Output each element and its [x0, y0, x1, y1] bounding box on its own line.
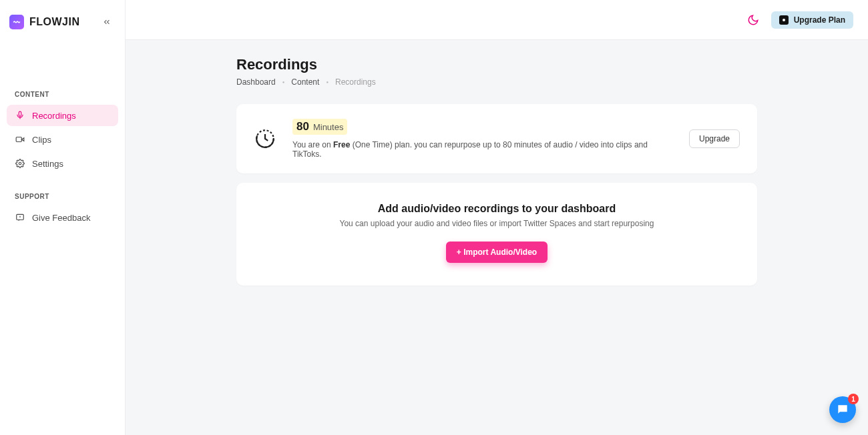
minutes-chip: 80 Minutes [292, 119, 347, 135]
plan-desc-prefix: You are on [292, 140, 333, 149]
main: Recordings Dashboard ● Content ● Recordi… [126, 40, 868, 435]
svg-rect-0 [19, 111, 21, 116]
svg-rect-1 [16, 137, 21, 142]
sidebar-section-support: SUPPORT [7, 193, 118, 200]
topbar: Upgrade Plan [126, 0, 868, 40]
chat-badge: 1 [848, 394, 859, 404]
sidebar-item-label: Clips [32, 135, 51, 145]
svg-point-2 [19, 162, 21, 165]
chevron-sep-icon: ● [326, 80, 329, 84]
logo-row: FLOWJIN [7, 12, 118, 29]
chevron-sep-icon: ● [282, 80, 285, 84]
gear-icon [15, 158, 25, 169]
video-icon [15, 134, 25, 145]
import-audio-video-button[interactable]: + Import Audio/Video [446, 242, 548, 263]
page-title: Recordings [236, 56, 757, 73]
content-container: Recordings Dashboard ● Content ● Recordi… [236, 56, 757, 286]
sidebar-item-label: Give Feedback [32, 213, 90, 223]
theme-toggle-button[interactable] [744, 11, 762, 29]
crumb-current: Recordings [335, 77, 376, 87]
empty-state-card: Add audio/video recordings to your dashb… [236, 183, 757, 286]
sidebar-item-label: Recordings [32, 111, 76, 121]
breadcrumb: Dashboard ● Content ● Recordings [236, 77, 757, 87]
plan-info: 80 Minutes You are on Free (One Time) pl… [292, 119, 673, 159]
clock-icon [254, 127, 276, 150]
sidebar-item-feedback[interactable]: Give Feedback [7, 207, 118, 228]
sidebar-nav-support: Give Feedback [7, 207, 118, 228]
collapse-sidebar-button[interactable] [99, 15, 114, 29]
logo[interactable]: FLOWJIN [9, 15, 80, 29]
minutes-value: 80 [296, 120, 309, 133]
feedback-icon [15, 212, 25, 223]
sidebar: FLOWJIN CONTENT Recordings Clips Setting… [0, 0, 126, 435]
sidebar-item-clips[interactable]: Clips [7, 129, 118, 150]
plan-card: 80 Minutes You are on Free (One Time) pl… [236, 104, 757, 173]
crumb-dashboard[interactable]: Dashboard [236, 77, 276, 87]
chat-icon [836, 403, 849, 416]
empty-subtitle: You can upload your audio and video file… [254, 219, 740, 228]
sidebar-item-recordings[interactable]: Recordings [7, 105, 118, 126]
plan-desc-bold: Free [333, 140, 350, 149]
chat-widget-button[interactable]: 1 [829, 396, 856, 423]
brand-name: FLOWJIN [29, 16, 80, 28]
plan-description: You are on Free (One Time) plan. you can… [292, 140, 673, 159]
sidebar-item-settings[interactable]: Settings [7, 153, 118, 174]
svg-point-4 [783, 19, 785, 21]
minutes-label: Minutes [313, 122, 344, 132]
upgrade-plan-button[interactable]: Upgrade Plan [771, 11, 853, 29]
sidebar-section-content: CONTENT [7, 91, 118, 98]
microphone-icon [15, 110, 25, 121]
moon-icon [747, 14, 759, 26]
sidebar-item-label: Settings [32, 159, 63, 169]
logo-mark-icon [9, 15, 24, 29]
crumb-content[interactable]: Content [291, 77, 319, 87]
empty-title: Add audio/video recordings to your dashb… [254, 203, 740, 215]
upgrade-button[interactable]: Upgrade [689, 129, 740, 148]
upgrade-badge-icon [779, 15, 789, 25]
upgrade-plan-label: Upgrade Plan [794, 15, 845, 25]
sidebar-nav-content: Recordings Clips Settings [7, 105, 118, 174]
